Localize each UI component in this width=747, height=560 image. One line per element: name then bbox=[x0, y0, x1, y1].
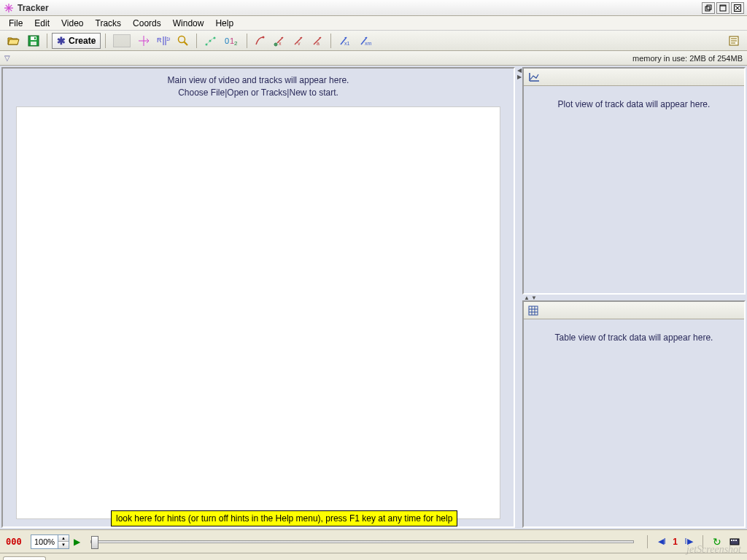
rate-down-button[interactable]: ▼ bbox=[58, 542, 69, 548]
step-size: 1 bbox=[673, 537, 678, 547]
restore-button[interactable] bbox=[702, 2, 715, 14]
svg-rect-5 bbox=[707, 5, 711, 9]
svg-text:x: x bbox=[279, 41, 282, 46]
menu-edit[interactable]: Edit bbox=[28, 17, 55, 30]
menu-file[interactable]: File bbox=[3, 17, 28, 30]
svg-rect-51 bbox=[529, 306, 538, 315]
create-label: Create bbox=[69, 36, 96, 46]
position-vector-button[interactable]: x bbox=[271, 33, 288, 49]
frame-number: 000 bbox=[6, 537, 26, 547]
step-back-button[interactable]: ◀I bbox=[655, 535, 668, 548]
svg-text:a: a bbox=[317, 41, 320, 46]
menu-video[interactable]: Video bbox=[55, 17, 89, 30]
hint-line-1: Main view of video and tracks will appea… bbox=[3, 74, 514, 87]
svg-text:2: 2 bbox=[234, 40, 238, 47]
create-button[interactable]: ✱Create bbox=[52, 33, 101, 49]
statusbar: ▽ memory in use: 2MB of 254MB bbox=[0, 51, 747, 66]
table-panel-header[interactable] bbox=[524, 302, 744, 319]
menubar: File Edit Video Tracks Coords Window Hel… bbox=[0, 16, 747, 31]
save-button[interactable] bbox=[25, 33, 42, 49]
memory-status: memory in use: 2MB of 254MB bbox=[632, 54, 743, 63]
right-panel-stack: Plot view of track data will appear here… bbox=[522, 67, 746, 528]
loop-button[interactable]: ↻ bbox=[711, 535, 724, 548]
svg-text:R: R bbox=[157, 36, 162, 44]
table-panel: Table view of track data will appear her… bbox=[522, 300, 746, 528]
svg-point-31 bbox=[263, 36, 265, 38]
rate-up-button[interactable]: ▲ bbox=[58, 535, 69, 542]
main-video-panel: Main view of video and tracks will appea… bbox=[1, 67, 515, 528]
labels-button[interactable]: 012 bbox=[222, 33, 242, 49]
play-button[interactable]: ▶ bbox=[74, 537, 80, 547]
path-button[interactable] bbox=[252, 33, 269, 49]
create-asterisk-icon: ✱ bbox=[57, 35, 66, 47]
content-area: Main view of video and tracks will appea… bbox=[0, 66, 747, 529]
svg-text:x1: x1 bbox=[344, 41, 350, 46]
open-button[interactable] bbox=[4, 33, 23, 49]
video-canvas[interactable] bbox=[16, 106, 500, 519]
hint-line-2: Choose File|Open or Tracks|New to start. bbox=[3, 87, 514, 99]
table-grid-icon bbox=[528, 306, 538, 316]
svg-text:0: 0 bbox=[225, 36, 229, 45]
window-title: Tracker bbox=[18, 3, 702, 13]
stretch-x1-button[interactable]: x1 bbox=[336, 33, 355, 49]
svg-rect-57 bbox=[731, 540, 732, 541]
plot-hint: Plot view of track data will appear here… bbox=[530, 99, 738, 109]
close-button[interactable] bbox=[731, 2, 744, 14]
velocity-vector-button[interactable]: v bbox=[290, 33, 307, 49]
notes-button[interactable] bbox=[725, 33, 743, 49]
axes-button[interactable] bbox=[135, 33, 152, 49]
svg-text:10: 10 bbox=[166, 36, 170, 42]
svg-rect-4 bbox=[705, 7, 710, 11]
tab-untitled[interactable]: Untitled bbox=[3, 556, 46, 560]
track-control-toggle[interactable]: ▽ bbox=[4, 54, 10, 62]
playback-rate-box[interactable]: 100% ▲ ▼ bbox=[31, 534, 69, 549]
svg-point-23 bbox=[179, 36, 185, 42]
svg-text:xm: xm bbox=[365, 41, 372, 46]
table-hint: Table view of track data will appear her… bbox=[530, 332, 738, 343]
svg-rect-59 bbox=[735, 540, 737, 541]
playback-slider[interactable] bbox=[90, 540, 634, 543]
menu-window[interactable]: Window bbox=[167, 17, 210, 30]
maximize-button[interactable] bbox=[716, 2, 729, 14]
plot-panel: Plot view of track data will appear here… bbox=[522, 67, 746, 295]
menu-help[interactable]: Help bbox=[209, 17, 239, 30]
stretch-xm-button[interactable]: xm bbox=[356, 33, 375, 49]
playback-bar: 000 100% ▲ ▼ ▶ ◀I 1 I▶ ↻ bbox=[0, 529, 747, 553]
svg-rect-13 bbox=[31, 42, 36, 45]
plot-panel-header[interactable] bbox=[524, 69, 744, 86]
vertical-splitter[interactable]: ◀ ▶ bbox=[516, 66, 522, 529]
svg-text:v: v bbox=[298, 41, 301, 46]
app-icon bbox=[3, 2, 15, 14]
plot-chart-icon bbox=[528, 72, 540, 82]
rate-value: 100% bbox=[31, 537, 58, 546]
accel-vector-button[interactable]: a bbox=[309, 33, 326, 49]
titlebar: Tracker bbox=[0, 0, 747, 16]
svg-rect-14 bbox=[34, 37, 36, 39]
hints-bar: look here for hints (or turn off hints i… bbox=[111, 510, 457, 526]
main-view-hint: Main view of video and tracks will appea… bbox=[3, 69, 514, 102]
svg-line-24 bbox=[185, 42, 188, 45]
clip-settings-button[interactable] bbox=[110, 33, 133, 49]
menu-tracks[interactable]: Tracks bbox=[90, 17, 128, 30]
menu-coords[interactable]: Coords bbox=[127, 17, 167, 30]
toolbar: ✱Create R10 012 x v a x1 xm bbox=[0, 31, 747, 51]
horizontal-splitter[interactable]: ▲ ▼ bbox=[522, 295, 746, 300]
tabbar: Untitled bbox=[0, 553, 747, 560]
calibration-button[interactable]: R10 bbox=[154, 33, 173, 49]
zoom-button[interactable] bbox=[174, 33, 192, 49]
splitter-right-icon: ▶ bbox=[517, 74, 522, 80]
slider-thumb[interactable] bbox=[91, 536, 98, 549]
trails-button[interactable] bbox=[201, 33, 220, 49]
step-forward-button[interactable]: I▶ bbox=[682, 535, 695, 548]
clip-settings-button-2[interactable] bbox=[728, 535, 741, 548]
svg-rect-58 bbox=[733, 540, 735, 541]
splitter-left-icon: ◀ bbox=[517, 67, 522, 74]
